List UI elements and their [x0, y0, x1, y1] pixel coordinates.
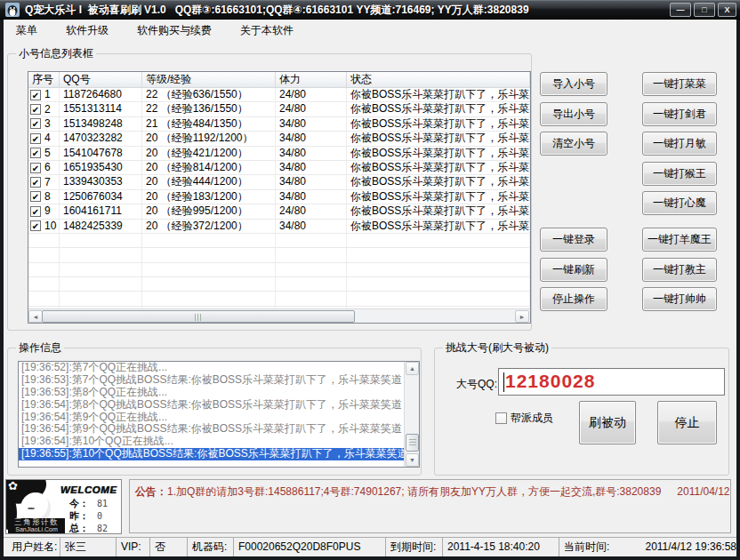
row-checkbox[interactable]: ✔ [30, 163, 41, 173]
table-row[interactable]: ✔6165193543020 （经验814/1200）34/80你被BOSS乐斗… [28, 161, 530, 175]
status-cell: 机器码: [188, 538, 234, 556]
attack-button[interactable]: 一键打帅帅 [642, 287, 717, 311]
action-button[interactable]: 清空小号 [540, 132, 607, 156]
vertical-scrollbar[interactable]: ▲ ▼ [404, 362, 419, 467]
boss-qq-input[interactable]: 12180028 [498, 368, 725, 396]
row-checkbox[interactable]: ✔ [30, 133, 41, 144]
eye-line [28, 508, 35, 509]
empty-row [28, 292, 530, 306]
menu-item[interactable]: 菜单 [16, 20, 37, 41]
close-button[interactable]: X [718, 3, 736, 17]
column-header[interactable]: QQ号 [60, 72, 142, 87]
attack-button[interactable]: 一键打教主 [642, 258, 717, 282]
action-button[interactable]: 停止操作 [540, 287, 607, 311]
action-button[interactable]: 一键登录 [540, 228, 607, 252]
scroll-right-icon[interactable]: ► [515, 310, 529, 323]
table-row[interactable]: ✔10148242533920 （经验372/1200）34/80你被BOSS乐… [28, 220, 530, 234]
attack-button[interactable]: 一键打菜菜 [642, 72, 717, 96]
table-row[interactable]: ✔3151349824821 （经验484/1350）34/80你被BOSS乐斗… [28, 117, 530, 132]
announcement-text: 1.加Q群的请加3号群:145886117;4号群:74901267; 请所有朋… [167, 485, 661, 498]
maximize-button[interactable]: □ [694, 3, 715, 17]
status-cell: VIP: [117, 538, 150, 556]
attack-button[interactable]: 一键打猴王 [642, 162, 717, 186]
log-line[interactable]: [19:36:54]:第10个QQ正在挑战... [19, 436, 404, 448]
table-row[interactable]: ✔2155131311422 （经验136/1550）24/80你被BOSS乐斗… [28, 102, 530, 116]
flower-icon: ✿ [8, 479, 18, 492]
stamina-cell: 24/80 [276, 204, 347, 219]
seq-cell: ✔5 [28, 147, 60, 161]
horizontal-scrollbar[interactable]: ◄ ► [28, 308, 530, 323]
action-button[interactable]: 导入小号 [540, 72, 607, 96]
qq-cell: 1604161711 [60, 204, 142, 219]
stop-button[interactable]: 停止 [657, 401, 717, 444]
menu-item[interactable]: 软件购买与续费 [137, 20, 212, 41]
status-cell: 你被BOSS乐斗菜菜打趴下了，乐斗菜菜笑道： [347, 220, 530, 234]
stamina-cell: 34/80 [276, 117, 347, 132]
brush-passive-button[interactable]: 刷被动 [579, 401, 636, 444]
row-checkbox[interactable]: ✔ [30, 177, 41, 188]
column-header[interactable]: 状态 [347, 72, 530, 87]
column-header[interactable]: 序号 [28, 72, 60, 87]
seq-cell: ✔2 [28, 102, 60, 116]
faction-checkbox-row[interactable]: 帮派成员 [495, 411, 553, 426]
faction-checkbox[interactable] [495, 412, 507, 424]
log-line[interactable]: [19:36:55]:第10个QQ挑战BOSS结果:你被BOSS乐斗菜菜打趴下了… [19, 448, 404, 460]
stamina-cell: 34/80 [276, 147, 347, 161]
scroll-down-icon[interactable]: ▼ [406, 453, 419, 467]
log-line[interactable]: [19:36:54]:第8个QQ挑战BOSS结果:你被BOSS乐斗菜菜打趴下了，… [19, 399, 404, 412]
status-cell: 你被BOSS乐斗菜菜打趴下了，乐斗菜菜笑道： [347, 204, 530, 219]
announcement-label: 公告： [135, 485, 167, 498]
action-button[interactable]: 一键刷新 [540, 258, 607, 282]
log-line[interactable]: [19:36:54]:第9个QQ挑战BOSS结果:你被BOSS乐斗菜菜打趴下了，… [19, 423, 404, 436]
table-row[interactable]: ✔9160416171120 （经验995/1200）24/80你被BOSS乐斗… [28, 204, 530, 219]
attack-button[interactable]: 一键打月敏 [642, 132, 717, 156]
window-title: Q宠大乐斗 I 被动喜刷刷 V1.0 QQ群③:61663101;QQ群④:61… [25, 0, 529, 20]
vscrollbar-thumb[interactable] [406, 434, 419, 452]
row-checkbox[interactable]: ✔ [30, 148, 41, 158]
app-icon [5, 3, 20, 17]
row-checkbox[interactable]: ✔ [30, 104, 41, 115]
attack-button[interactable]: 一键打剑君 [642, 102, 717, 126]
scroll-left-icon[interactable]: ◄ [28, 310, 43, 323]
scroll-up-icon[interactable]: ▲ [406, 362, 419, 375]
minimize-button[interactable]: — [670, 3, 691, 17]
log-line[interactable]: [19:36:52]:第7个QQ正在挑战... [19, 362, 404, 374]
column-header[interactable]: 等级/经验 [142, 72, 276, 87]
table-row[interactable]: ✔8125067603420 （经验183/1200）34/80你被BOSS乐斗… [28, 190, 530, 204]
qq-cell: 1541047678 [60, 147, 142, 161]
attack-button[interactable]: 一键打心魔 [642, 191, 717, 215]
stamina-cell: 34/80 [276, 175, 347, 189]
table-row[interactable]: ✔7133943035320 （经验444/1200）34/80你被BOSS乐斗… [28, 175, 530, 189]
welcome-text: WELCOME [60, 484, 117, 495]
total-label: 总： [69, 523, 89, 533]
row-checkbox[interactable]: ✔ [30, 118, 41, 129]
row-checkbox[interactable]: ✔ [30, 220, 41, 231]
row-checkbox[interactable]: ✔ [30, 206, 41, 217]
seq-cell: ✔4 [28, 132, 60, 146]
today-label: 今： [69, 498, 89, 508]
table-row[interactable]: ✔5154104767820 （经验421/1200）34/80你被BOSS乐斗… [28, 147, 530, 161]
log-line[interactable]: [19:36:54]:第9个QQ正在挑战... [19, 412, 404, 424]
status-cell: 2011/4/12 19:36:58 [640, 538, 736, 556]
empty-row [28, 263, 530, 277]
log-groupbox: 操作信息 [19:36:52]:第7个QQ正在挑战...[19:36:53]:第… [7, 348, 422, 476]
log-listbox[interactable]: [19:36:52]:第7个QQ正在挑战...[19:36:53]:第7个QQ挑… [18, 361, 420, 468]
menu-item[interactable]: 软件升级 [66, 20, 109, 41]
seq-cell: ✔8 [28, 190, 60, 204]
row-checkbox[interactable]: ✔ [30, 191, 41, 202]
attack-button[interactable]: 一键打羊魔王 [642, 228, 717, 252]
scrollbar-thumb[interactable] [42, 310, 355, 323]
column-header[interactable]: 体力 [276, 72, 347, 87]
row-checkbox[interactable]: ✔ [30, 90, 41, 100]
level-cell: 20 （经验421/1200） [142, 147, 276, 161]
action-button[interactable]: 导出小号 [540, 102, 607, 126]
boss-qq-value: 12180028 [505, 371, 595, 392]
log-line[interactable]: [19:36:53]:第8个QQ正在挑战... [19, 387, 404, 399]
empty-row [28, 277, 530, 292]
log-line[interactable]: [19:36:53]:第7个QQ挑战BOSS结果:你被BOSS乐斗菜菜打趴下了，… [19, 374, 404, 387]
today-value: 81 [97, 499, 108, 508]
menu-item[interactable]: 关于本软件 [240, 20, 294, 41]
status-cell: F00020652Q20D8F0PUS [234, 538, 386, 556]
table-row[interactable]: ✔1118726468022 （经验636/1550）24/80你被BOSS乐斗… [28, 88, 530, 102]
table-row[interactable]: ✔4147032328220 （经验1192/1200）34/80你被BOSS乐… [28, 132, 530, 146]
